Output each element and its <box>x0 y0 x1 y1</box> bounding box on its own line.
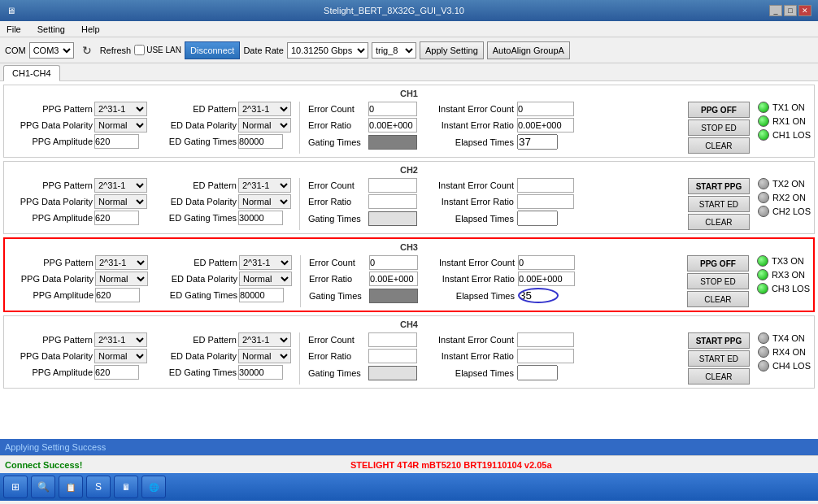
elapsed-times-input-0[interactable] <box>517 134 558 150</box>
search-taskbar-btn[interactable]: 🔍 <box>31 476 55 498</box>
ppg-amplitude-input-2[interactable] <box>95 288 140 302</box>
error-ratio-label-3: Error Ratio <box>308 351 365 361</box>
los-label-0: CH1 LOS <box>772 130 811 140</box>
maximize-button[interactable]: □ <box>784 5 797 16</box>
channel-header-ch3: CH3 <box>8 242 810 252</box>
rx-label-3: RX4 ON <box>772 347 806 357</box>
gating-times-label-3: Gating Times <box>308 368 365 378</box>
ed-pattern-select-3[interactable]: 2^31-1 <box>238 332 291 347</box>
ppg-polarity-select-1[interactable]: Normal <box>94 194 147 209</box>
gating-times-display-1 <box>368 211 417 226</box>
ppg-pattern-select-1[interactable]: 2^31-1 <box>94 178 147 193</box>
error-count-label-1: Error Count <box>308 180 365 190</box>
minimize-button[interactable]: _ <box>769 5 782 16</box>
ed-polarity-select-1[interactable]: Normal <box>238 194 291 209</box>
window-controls[interactable]: _ □ ✕ <box>769 5 811 16</box>
channel-section-ch4: CH4 PPG Pattern 2^31-1 PPG Data Polarity… <box>3 315 815 389</box>
tx-label-3: TX4 ON <box>772 333 805 343</box>
instant-error-ratio-input-0[interactable] <box>517 118 574 133</box>
error-count-input-0[interactable] <box>368 102 417 116</box>
tabs-area: CH1-CH4 <box>0 63 818 81</box>
btn2-3[interactable]: START ED <box>688 350 750 367</box>
ppg-pattern-select-0[interactable]: 2^31-1 <box>94 102 147 116</box>
elapsed-times-input-2[interactable] <box>518 288 559 303</box>
los-led-row-1: CH2 LOS <box>758 206 811 217</box>
rx-label-2: RX3 ON <box>772 270 805 280</box>
ed-gating-input-1[interactable] <box>238 211 283 225</box>
btn1-2[interactable]: PPG OFF <box>687 255 749 272</box>
instant-error-count-input-2[interactable] <box>518 255 575 270</box>
error-ratio-input-0[interactable] <box>368 118 417 133</box>
btn2-1[interactable]: START ED <box>688 196 750 212</box>
menu-setting[interactable]: Setting <box>34 24 68 35</box>
error-ratio-input-1[interactable] <box>368 194 417 209</box>
date-rate-select[interactable]: 10.31250 Gbps <box>287 42 368 59</box>
ppg-amplitude-input-1[interactable] <box>94 211 139 225</box>
network-taskbar-btn[interactable]: 🌐 <box>141 476 166 498</box>
ed-pattern-select-2[interactable]: 2^31-1 <box>239 255 292 270</box>
instant-error-count-input-3[interactable] <box>517 332 574 347</box>
btn-clear-1[interactable]: CLEAR <box>688 214 750 230</box>
btn1-0[interactable]: PPG OFF <box>688 102 750 118</box>
btn2-2[interactable]: STOP ED <box>687 273 749 289</box>
tx-label-2: TX3 ON <box>772 256 804 266</box>
tx-led-3 <box>758 332 769 344</box>
disconnect-button[interactable]: Disconnect <box>185 41 240 59</box>
ppg-amplitude-input-0[interactable] <box>94 134 139 149</box>
auto-align-button[interactable]: AutoAlign GroupA <box>487 41 570 59</box>
ed-polarity-select-2[interactable]: Normal <box>239 272 292 286</box>
ed-polarity-select-3[interactable]: Normal <box>238 349 291 363</box>
ed-pattern-select-1[interactable]: 2^31-1 <box>238 178 291 193</box>
trig-select[interactable]: trig_8 <box>372 42 416 59</box>
error-ratio-input-3[interactable] <box>368 349 417 363</box>
ppg-polarity-label-2: PPG Data Polarity <box>8 274 94 284</box>
btn-clear-3[interactable]: CLEAR <box>688 368 750 385</box>
com-select[interactable]: COM3 <box>29 42 74 59</box>
stelight-taskbar-btn[interactable]: S <box>86 476 111 498</box>
error-count-input-3[interactable] <box>368 332 417 347</box>
use-lan-label: USE LAN <box>146 46 181 54</box>
ppg-polarity-select-0[interactable]: Normal <box>94 118 147 133</box>
ppg-amplitude-input-3[interactable] <box>94 365 139 380</box>
tab-ch1-ch4[interactable]: CH1-CH4 <box>3 65 60 81</box>
ppg-polarity-label-0: PPG Data Polarity <box>7 120 93 130</box>
start-button[interactable]: ⊞ <box>3 476 28 498</box>
error-count-input-2[interactable] <box>369 255 418 270</box>
menu-file[interactable]: File <box>3 24 24 35</box>
btn2-0[interactable]: STOP ED <box>688 119 750 136</box>
ppg-polarity-select-3[interactable]: Normal <box>94 349 147 363</box>
error-count-input-1[interactable] <box>368 178 417 193</box>
elapsed-times-input-1[interactable] <box>517 211 558 226</box>
instant-error-ratio-input-3[interactable] <box>517 349 574 363</box>
ed-pattern-select-0[interactable]: 2^31-1 <box>238 102 291 116</box>
use-lan-checkbox[interactable] <box>134 45 145 55</box>
ed-gating-input-2[interactable] <box>239 288 284 302</box>
close-button[interactable]: ✕ <box>798 5 811 16</box>
btn1-3[interactable]: START PPG <box>688 332 750 349</box>
ed-gating-input-0[interactable] <box>238 134 283 149</box>
btn-clear-2[interactable]: CLEAR <box>687 291 749 307</box>
instant-error-count-input-0[interactable] <box>517 102 574 116</box>
ed-polarity-select-0[interactable]: Normal <box>238 118 291 133</box>
error-ratio-input-2[interactable] <box>369 272 418 286</box>
apply-setting-button[interactable]: Apply Setting <box>420 41 484 59</box>
tx-label-0: TX1 ON <box>772 102 805 112</box>
ppg-pattern-select-3[interactable]: 2^31-1 <box>94 332 147 347</box>
instant-error-ratio-label-1: Instant Error Ratio <box>420 197 514 206</box>
ppg-pattern-select-2[interactable]: 2^31-1 <box>95 255 148 270</box>
tx-led-row-0: TX1 ON <box>758 102 811 113</box>
elapsed-times-input-3[interactable] <box>517 365 558 380</box>
board-taskbar-btn[interactable]: 📋 <box>59 476 83 498</box>
btn1-1[interactable]: START PPG <box>688 178 750 194</box>
btn-clear-0[interactable]: CLEAR <box>688 137 750 154</box>
ed-polarity-label-1: ED Data Polarity <box>155 197 237 206</box>
calc-taskbar-btn[interactable]: 🖩 <box>114 476 138 498</box>
instant-error-ratio-input-1[interactable] <box>517 194 574 209</box>
instant-error-ratio-input-2[interactable] <box>518 272 575 286</box>
ed-gating-input-3[interactable] <box>238 365 283 380</box>
ppg-polarity-select-2[interactable]: Normal <box>95 272 148 286</box>
menu-help[interactable]: Help <box>78 24 103 35</box>
instant-error-count-input-1[interactable] <box>517 178 574 193</box>
los-led-2 <box>757 283 768 294</box>
refresh-button[interactable]: ↻ <box>77 41 97 59</box>
